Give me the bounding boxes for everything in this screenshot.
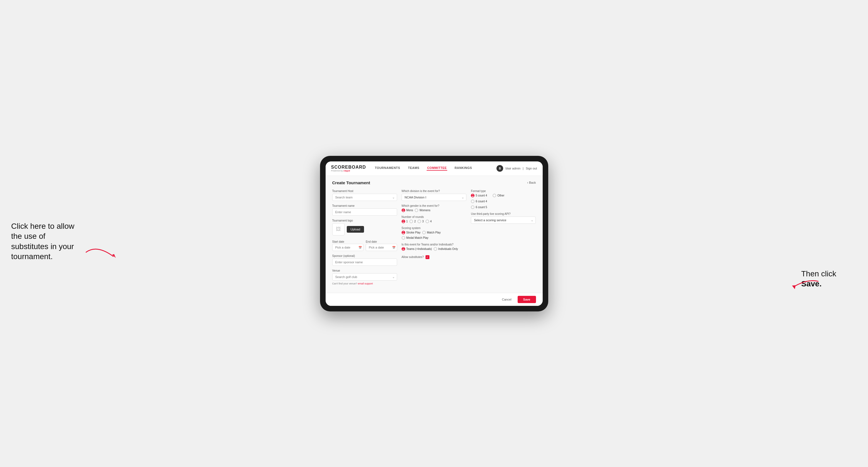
division-label: Which division is the event for?: [402, 189, 466, 193]
save-button[interactable]: Save: [518, 296, 536, 303]
radio-6count5-dot: [471, 206, 474, 209]
venue-help: Can't find your venue? email support: [332, 282, 397, 285]
end-date-label: End date: [366, 240, 377, 243]
svg-marker-1: [792, 285, 796, 289]
start-date-label: Start date: [332, 240, 344, 243]
teams-label: Is this event for Teams and/or Individua…: [402, 243, 466, 246]
page-footer: Cancel Save: [326, 293, 543, 306]
radio-5count4-dot: [471, 194, 474, 197]
back-link[interactable]: ‹ Back: [527, 181, 536, 184]
rounds-1[interactable]: 1: [402, 220, 408, 223]
tournament-name-input[interactable]: [332, 209, 397, 216]
email-support-link[interactable]: email support: [358, 282, 373, 285]
tournament-host-input[interactable]: [332, 194, 397, 201]
format-6count4[interactable]: 6 count 4: [471, 199, 536, 203]
gender-label: Which gender is the event for?: [402, 204, 466, 207]
nav-rankings[interactable]: RANKINGS: [454, 166, 472, 170]
nav-teams[interactable]: TEAMS: [407, 166, 420, 170]
rounds-2[interactable]: 2: [409, 220, 416, 223]
nav-tournaments[interactable]: TOURNAMENTS: [374, 166, 401, 170]
substitutes-label: Allow substitutes?: [402, 255, 424, 258]
radio-rounds-2-dot: [409, 220, 413, 223]
individuals-only[interactable]: Individuals Only: [434, 247, 458, 251]
venue-input[interactable]: [332, 273, 397, 281]
tablet-frame: SCOREBOARD Powered by clippd TOURNAMENTS…: [320, 156, 548, 311]
nav-user: B blair admin | Sign out: [496, 165, 537, 172]
scoring-api-select[interactable]: Select a scoring service: [471, 217, 536, 224]
nav-bar: SCOREBOARD Powered by clippd TOURNAMENTS…: [326, 161, 543, 176]
scoring-api-group: Use third-party live scoring API? Select…: [471, 212, 536, 224]
tournament-host-label: Tournament Host: [332, 189, 397, 193]
page-title: Create Tournament: [332, 180, 370, 185]
radio-rounds-4-dot: [426, 220, 429, 223]
rounds-group: Number of rounds 1 2: [402, 215, 466, 223]
rounds-3[interactable]: 3: [417, 220, 424, 223]
rounds-4[interactable]: 4: [426, 220, 432, 223]
logo-placeholder: 🖼: [332, 223, 344, 236]
division-select[interactable]: NCAA Division I: [402, 194, 466, 201]
sponsor-label: Sponsor (optional): [332, 254, 397, 257]
radio-individuals-dot: [434, 247, 437, 251]
venue-label: Venue: [332, 269, 397, 272]
radio-stroke-dot: [402, 231, 405, 234]
substitutes-checkbox[interactable]: ✓: [426, 255, 429, 259]
radio-mens-dot: [402, 209, 405, 212]
calendar-icon-start: 📅: [359, 246, 362, 249]
format-6count5[interactable]: 6 count 5: [471, 206, 536, 209]
nav-links: TOURNAMENTS TEAMS COMMITTEE RANKINGS: [374, 166, 496, 170]
venue-group: Venue Can't find your venue? email suppo…: [332, 269, 397, 285]
calendar-icon-end: 📅: [392, 246, 396, 249]
radio-rounds-3-dot: [417, 220, 421, 223]
sponsor-input[interactable]: [332, 258, 397, 266]
annotation-left: Click here to allow the use of substitut…: [11, 221, 84, 262]
arrow-left-svg: [86, 241, 119, 263]
page-content: Create Tournament ‹ Back Tournament Host: [326, 176, 543, 293]
scoring-group: Scoring system Stroke Play Match Play: [402, 226, 466, 240]
nav-committee[interactable]: COMMITTEE: [427, 166, 447, 170]
form-col-2: Which division is the event for? NCAA Di…: [402, 189, 466, 285]
form-col-3: Format type 5 count 4 Other: [471, 189, 536, 285]
tournament-logo-group: Tournament logo 🖼 Upload: [332, 219, 397, 236]
nav-user-label: blair admin: [505, 167, 520, 170]
teams-plus-individuals[interactable]: Teams (+Individuals): [402, 247, 432, 251]
format-label: Format type: [471, 189, 536, 193]
logo-powered: Powered by clippd: [331, 169, 366, 172]
gender-group: Which gender is the event for? Mens Wome…: [402, 204, 466, 212]
scoring-match[interactable]: Match Play: [422, 231, 440, 234]
logo-area: SCOREBOARD Powered by clippd: [331, 165, 366, 172]
scoring-medal[interactable]: Medal Match Play: [402, 236, 428, 240]
gender-womens[interactable]: Womens: [415, 209, 430, 212]
gender-mens[interactable]: Mens: [402, 209, 413, 212]
nav-separator: |: [523, 167, 524, 170]
radio-6count4-dot: [471, 199, 474, 203]
page-wrapper: Click here to allow the use of substitut…: [11, 156, 857, 311]
form-grid: Tournament Host Tournament name Tourname…: [332, 189, 536, 285]
division-group: Which division is the event for? NCAA Di…: [402, 189, 466, 201]
sign-out-link[interactable]: Sign out: [526, 167, 537, 170]
format-other[interactable]: Other: [493, 194, 504, 197]
radio-teams-dot: [402, 247, 405, 251]
logo-scoreboard: SCOREBOARD: [331, 165, 366, 169]
form-col-1: Tournament Host Tournament name Tourname…: [332, 189, 397, 285]
scoring-api-label: Use third-party live scoring API?: [471, 212, 536, 215]
format-group: Format type 5 count 4 Other: [471, 189, 536, 209]
scoring-stroke[interactable]: Stroke Play: [402, 231, 421, 234]
tournament-logo-label: Tournament logo: [332, 219, 397, 222]
radio-medal-dot: [402, 236, 405, 240]
nav-avatar: B: [496, 165, 503, 172]
radio-match-dot: [422, 231, 426, 234]
tournament-name-label: Tournament name: [332, 204, 397, 207]
logo-upload-area: 🖼 Upload: [332, 223, 397, 236]
upload-button[interactable]: Upload: [347, 226, 364, 233]
page-header: Create Tournament ‹ Back: [332, 180, 536, 185]
radio-rounds-1-dot: [402, 220, 405, 223]
date-group: Start date 📅 End date: [332, 239, 397, 251]
tournament-name-group: Tournament name: [332, 204, 397, 216]
sponsor-group: Sponsor (optional): [332, 254, 397, 266]
format-5count4[interactable]: 5 count 4: [471, 194, 487, 197]
cancel-button[interactable]: Cancel: [499, 296, 515, 303]
scoring-label: Scoring system: [402, 226, 466, 229]
arrow-right-svg: [790, 276, 818, 292]
tablet-screen: SCOREBOARD Powered by clippd TOURNAMENTS…: [326, 161, 543, 306]
radio-other-dot: [493, 194, 496, 197]
